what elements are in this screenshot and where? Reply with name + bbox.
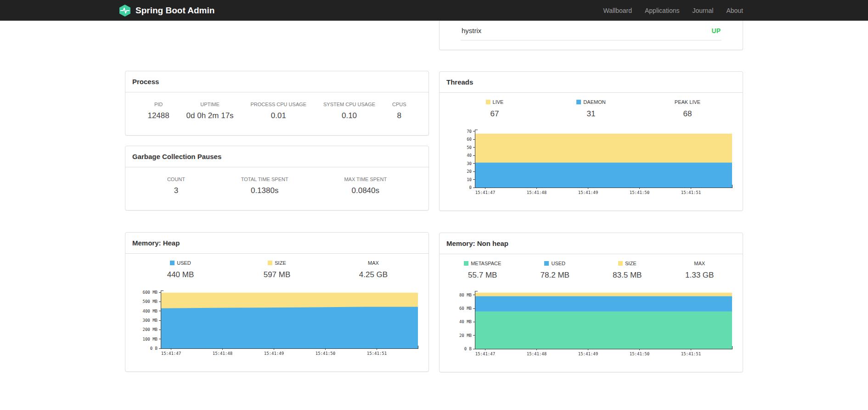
- stat-value: 68: [639, 108, 736, 120]
- metric-max-time-spent: MAX TIME SPENT 0.0840s: [344, 177, 387, 196]
- metric-system-cpu-usage: SYSTEM CPU USAGE 0.10: [323, 102, 375, 121]
- stat-live: LIVE 67: [446, 99, 543, 120]
- gc-metrics: COUNT 3 TOTAL TIME SPENT 0.1380s MAX TIM…: [125, 167, 428, 210]
- memory-heap-stats: USED 440 MB SIZE 597 MB MAX: [132, 260, 422, 280]
- nav-item-applications[interactable]: Applications: [645, 7, 680, 14]
- legend-daemon: DAEMON: [543, 99, 639, 105]
- brand-logo-icon: [118, 4, 131, 17]
- svg-text:0 B: 0 B: [464, 347, 472, 351]
- memory-nonheap-stats: METASPACE 55.7 MB USED 78.2 MB SIZE: [446, 261, 736, 281]
- process-panel-title: Process: [132, 78, 159, 85]
- stat-value: 83.5 MB: [591, 270, 664, 281]
- stat-value: 440 MB: [132, 269, 229, 280]
- legend-label: SIZE: [625, 261, 636, 266]
- svg-text:30: 30: [467, 161, 472, 166]
- svg-text:20: 20: [467, 169, 472, 174]
- svg-text:15:41:50: 15:41:50: [630, 190, 649, 195]
- gc-panel-title: Garbage Collection Pauses: [132, 153, 221, 160]
- metric-label: PROCESS CPU USAGE: [250, 102, 306, 107]
- process-panel: Process PID 12488 UPTIME 0d 0h 2m 17s PR…: [125, 71, 429, 136]
- legend-live: LIVE: [446, 99, 543, 105]
- svg-text:0: 0: [469, 185, 472, 190]
- legend-swatch: [544, 261, 549, 266]
- svg-text:40: 40: [467, 153, 472, 158]
- metric-label: CPUS: [392, 102, 406, 107]
- svg-text:15:41:48: 15:41:48: [527, 190, 547, 195]
- stat-value: 4.25 GB: [325, 269, 422, 280]
- application-row[interactable]: hystrix UP: [461, 21, 721, 40]
- metric-count: COUNT 3: [167, 177, 185, 196]
- svg-text:15:41:48: 15:41:48: [527, 352, 547, 356]
- svg-text:500 MB: 500 MB: [142, 299, 158, 304]
- legend-metaspace: METASPACE: [446, 261, 519, 266]
- legend-label: METASPACE: [471, 261, 501, 266]
- threads-chart: 01020304050607015:41:4715:41:4815:41:491…: [446, 127, 736, 203]
- legend-label: USED: [177, 260, 191, 266]
- svg-text:300 MB: 300 MB: [142, 318, 158, 323]
- legend-peak-live: PEAK LIVE: [639, 99, 736, 105]
- svg-text:15:41:47: 15:41:47: [475, 352, 495, 356]
- memory-heap-panel-heading: Memory: Heap: [125, 233, 428, 254]
- memory-nonheap-panel-title: Memory: Non heap: [446, 239, 508, 247]
- svg-text:15:41:47: 15:41:47: [161, 351, 181, 356]
- application-status-panel: hystrix UP: [439, 21, 743, 50]
- svg-text:0 B: 0 B: [150, 346, 158, 351]
- legend-size: SIZE: [591, 261, 664, 266]
- stat-peak-live: PEAK LIVE 68: [639, 99, 736, 120]
- stat-value: 31: [543, 108, 639, 120]
- svg-text:15:41:51: 15:41:51: [681, 190, 701, 195]
- memory-nonheap-body: METASPACE 55.7 MB USED 78.2 MB SIZE: [440, 254, 743, 372]
- nav-links: Wallboard Applications Journal About: [603, 7, 743, 14]
- svg-text:20 MB: 20 MB: [459, 333, 472, 338]
- stat-metaspace: METASPACE 55.7 MB: [446, 261, 519, 281]
- navbar: Spring Boot Admin Wallboard Applications…: [0, 0, 868, 21]
- right-column: hystrix UP Threads LIVE 67: [439, 21, 743, 372]
- legend-label: MAX: [368, 260, 379, 266]
- svg-text:60 MB: 60 MB: [459, 306, 472, 311]
- nonheap-chart: 0 B20 MB40 MB60 MB80 MB15:41:4715:41:481…: [446, 288, 736, 364]
- gc-panel: Garbage Collection Pauses COUNT 3 TOTAL …: [125, 146, 429, 211]
- legend-swatch: [170, 261, 175, 265]
- svg-text:15:41:49: 15:41:49: [578, 190, 598, 195]
- metric-value: 3: [167, 185, 185, 196]
- stat-daemon: DAEMON 31: [543, 99, 639, 120]
- nav-item-wallboard[interactable]: Wallboard: [603, 7, 632, 14]
- svg-text:60: 60: [467, 137, 472, 142]
- stat-max: MAX 1.33 GB: [664, 261, 736, 281]
- stat-size: SIZE 597 MB: [229, 260, 325, 280]
- nav-item-about[interactable]: About: [726, 7, 743, 14]
- nav-item-journal[interactable]: Journal: [692, 7, 713, 14]
- metric-label: UPTIME: [186, 102, 234, 107]
- metric-label: TOTAL TIME SPENT: [241, 177, 288, 182]
- legend-max: MAX: [664, 261, 736, 266]
- legend-label: USED: [551, 261, 565, 266]
- legend-swatch: [486, 100, 490, 104]
- metric-label: MAX TIME SPENT: [344, 177, 387, 182]
- stat-used: USED 78.2 MB: [519, 261, 592, 281]
- metric-label: SYSTEM CPU USAGE: [323, 102, 375, 107]
- stat-value: 67: [446, 108, 543, 120]
- memory-nonheap-panel-heading: Memory: Non heap: [440, 233, 743, 254]
- svg-text:15:41:51: 15:41:51: [367, 351, 387, 356]
- navbar-inner: Spring Boot Admin Wallboard Applications…: [125, 0, 743, 21]
- legend-label: PEAK LIVE: [675, 99, 700, 105]
- stat-value: 597 MB: [229, 269, 325, 280]
- svg-text:400 MB: 400 MB: [142, 309, 158, 313]
- legend-used: USED: [132, 260, 229, 266]
- svg-text:50: 50: [467, 145, 472, 150]
- svg-text:15:41:50: 15:41:50: [630, 352, 649, 356]
- left-column: Process PID 12488 UPTIME 0d 0h 2m 17s PR…: [125, 21, 429, 372]
- svg-text:15:41:47: 15:41:47: [475, 190, 495, 195]
- heap-chart: 0 B100 MB200 MB300 MB400 MB500 MB600 MB1…: [132, 288, 422, 364]
- metric-value: 0.01: [250, 110, 306, 121]
- threads-panel: Threads LIVE 67 DAEMON 31: [439, 71, 743, 211]
- legend-swatch: [618, 261, 623, 266]
- stat-size: SIZE 83.5 MB: [591, 261, 664, 281]
- metric-value: 12488: [147, 110, 169, 121]
- metric-label: PID: [147, 102, 169, 107]
- legend-max: MAX: [325, 260, 422, 266]
- brand[interactable]: Spring Boot Admin: [118, 4, 214, 17]
- metric-value: 0d 0h 2m 17s: [186, 110, 234, 121]
- svg-text:15:41:48: 15:41:48: [213, 351, 232, 356]
- svg-text:80 MB: 80 MB: [459, 293, 472, 297]
